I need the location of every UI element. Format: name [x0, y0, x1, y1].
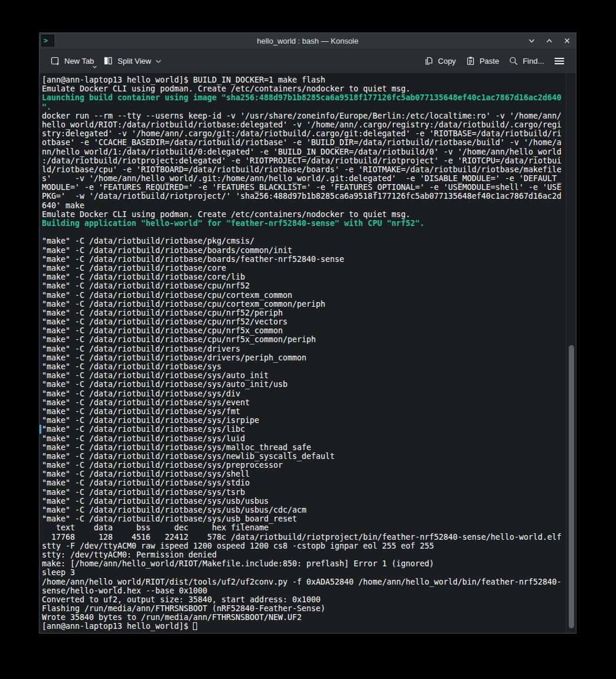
- titlebar[interactable]: > hello_world : bash — Konsole: [40, 33, 576, 48]
- terminal-line: text data bss dec hex filename: [42, 523, 566, 532]
- terminal-area[interactable]: [ann@ann-laptop13 hello_world]$ BUILD_IN…: [40, 74, 576, 633]
- terminal-line: "make" -C /data/riotbuild/riotbase/drive…: [42, 353, 566, 362]
- terminal-line: "make" -C /data/riotbuild/riotbase/core/…: [42, 273, 566, 281]
- close-button[interactable]: [558, 33, 576, 48]
- terminal-line: "make" -C /data/riotbuild/riotbase/sys/p…: [42, 461, 566, 470]
- terminal-line: s' -v '/home/ann/hello_world/.git:/home/…: [42, 174, 566, 183]
- close-icon: [562, 36, 572, 45]
- terminal-line: make: [/home/ann/hello_world/RIOT/Makefi…: [42, 559, 566, 568]
- terminal-line: "make" -C /data/riotbuild/riotbase/sys/s…: [42, 478, 566, 487]
- split-view-label: Split View: [117, 57, 151, 65]
- terminal-line: ld/riotbase/cpu' -e 'RIOTBOARD=/data/rio…: [42, 165, 566, 174]
- copy-button[interactable]: Copy: [419, 53, 460, 70]
- terminal-cursor: [193, 622, 197, 630]
- terminal-line: "make" -C /data/riotbuild/riotbase/cpu/n…: [42, 326, 566, 335]
- paste-icon: [466, 56, 476, 66]
- konsole-app-icon[interactable]: >: [41, 35, 54, 47]
- terminal-line: "make" -C /data/riotbuild/riotbase/cpu/c…: [42, 300, 566, 309]
- terminal-line: "make" -C /data/riotbuild/riotbase/drive…: [42, 345, 566, 353]
- terminal-line: "make" -C /data/riotbuild/riotbase/sys/u…: [42, 506, 566, 514]
- terminal-line: sense/hello-world.hex --base 0x1000: [42, 586, 566, 595]
- new-tab-label: New Tab: [64, 57, 94, 65]
- terminal-line: Emulate Docker CLI using podman. Create …: [42, 84, 566, 93]
- terminal-line: PKG=' -w '/data/riotbuild/riotproject/' …: [42, 192, 566, 201]
- paste-button[interactable]: Paste: [461, 53, 504, 70]
- terminal-line: Launching build container using image "s…: [42, 93, 566, 102]
- terminal-line: otbase' -e 'CCACHE_BASEDIR=/data/riotbui…: [42, 138, 566, 147]
- terminal-line: "make" -C /data/riotbuild/riotbase/board…: [42, 246, 566, 255]
- terminal-line: 17768 128 4516 22412 578c /data/riotbuil…: [42, 533, 566, 542]
- split-view-button[interactable]: Split View: [99, 53, 166, 70]
- chevron-up-icon: [545, 36, 554, 45]
- terminal-line: Wrote 35840 bytes to /run/media/ann/FTHR…: [42, 613, 566, 622]
- terminal-line: /home/ann/hello_world/RIOT/dist/tools/uf…: [42, 578, 566, 586]
- search-icon: [509, 56, 519, 66]
- terminal-line: "make" -C /data/riotbuild/riotbase/cpu/n…: [42, 309, 566, 317]
- terminal-line: stry:delegated' -v '/home/ann/.cargo/git…: [42, 129, 566, 138]
- scrollbar-thumb[interactable]: [569, 345, 574, 628]
- terminal-line: Emulate Docker CLI using podman. Create …: [42, 210, 566, 219]
- terminal-line: hello_world/RIOT:/data/riotbuild/riotbas…: [42, 120, 566, 129]
- konsole-window: > hello_world : bash — Konsole: [39, 32, 576, 634]
- terminal-line: "make" -C /data/riotbuild/riotbase/sys: [42, 362, 566, 371]
- terminal-line: :/data/riotbuild/riotproject:delegated' …: [42, 156, 566, 165]
- scrollbar-track[interactable]: [566, 74, 576, 633]
- copy-label: Copy: [438, 57, 456, 65]
- chevron-down-icon: [527, 36, 536, 45]
- terminal-line: nn/hello_world/1:/data/riotbuild/0:deleg…: [42, 147, 566, 156]
- terminal-line: [ann@ann-laptop13 hello_world]$ BUILD_IN…: [42, 76, 566, 84]
- new-tab-button[interactable]: New Tab: [45, 53, 99, 70]
- new-tab-icon: [50, 56, 60, 66]
- terminal-lines: [ann@ann-laptop13 hello_world]$ BUILD_IN…: [40, 74, 566, 633]
- terminal-line: ".: [42, 103, 566, 111]
- terminal-line: "make" -C /data/riotbuild/riotbase/cpu/n…: [42, 335, 566, 344]
- terminal-line: sleep 3: [42, 568, 566, 577]
- terminal-line: MODULE=' -e 'FEATURES_REQUIRED=' -e 'FEA…: [42, 183, 566, 192]
- split-view-dropdown-arrow[interactable]: [155, 57, 162, 65]
- new-output-marker: [40, 425, 41, 434]
- hamburger-icon: [553, 57, 565, 65]
- terminal-line: "make" -C /data/riotbuild/riotbase/board…: [42, 255, 566, 264]
- split-view-icon: [103, 56, 113, 66]
- terminal-line: "make" -C /data/riotbuild/riotbase/cpu/c…: [42, 291, 566, 300]
- terminal-line: Converted to uf2, output size: 35840, st…: [42, 595, 566, 604]
- terminal-line: "make" -C /data/riotbuild/riotbase/sys/e…: [42, 398, 566, 407]
- window-controls: [523, 33, 576, 48]
- terminal-line: "make" -C /data/riotbuild/riotbase/sys/s…: [42, 470, 566, 478]
- terminal-line: "make" -C /data/riotbuild/riotbase/cpu/n…: [42, 281, 566, 290]
- paste-label: Paste: [480, 57, 499, 65]
- terminal-line: "make" -C /data/riotbuild/riotbase/sys/u…: [42, 497, 566, 506]
- new-tab-dropdown-arrow[interactable]: [92, 62, 97, 71]
- terminal-line: [ann@ann-laptop13 hello_world]$: [42, 622, 566, 631]
- maximize-button[interactable]: [540, 33, 558, 48]
- menu-button[interactable]: [549, 53, 570, 69]
- terminal-line: docker run --rm --tty --userns keep-id -…: [42, 111, 566, 120]
- terminal-line: "make" -C /data/riotbuild/riotbase/sys/a…: [42, 371, 566, 380]
- terminal-line: "make" -C /data/riotbuild/riotbase/sys/i…: [42, 416, 566, 425]
- window-title: hello_world : bash — Konsole: [40, 37, 576, 45]
- terminal-line: "make" -C /data/riotbuild/riotbase/sys/t…: [42, 488, 566, 497]
- find-label: Find...: [523, 57, 544, 65]
- terminal-line: "make" -C /data/riotbuild/riotbase/sys/n…: [42, 452, 566, 461]
- terminal-line: "make" -C /data/riotbuild/riotbase/sys/l…: [42, 434, 566, 443]
- terminal-line: "make" -C /data/riotbuild/riotbase/sys/l…: [42, 425, 566, 434]
- terminal-line: Flashing /run/media/ann/FTHRSNSBOOT (nRF…: [42, 604, 566, 613]
- terminal-line: stty: /dev/ttyACM0: Permission denied: [42, 550, 566, 559]
- find-button[interactable]: Find...: [504, 53, 549, 70]
- minimize-button[interactable]: [523, 33, 540, 48]
- terminal-line: "make" -C /data/riotbuild/riotbase/sys/d…: [42, 389, 566, 398]
- terminal-line: "make" -C /data/riotbuild/riotbase/sys/f…: [42, 407, 566, 416]
- terminal-line: "make" -C /data/riotbuild/riotbase/core: [42, 264, 566, 273]
- terminal-line: "make" -C /data/riotbuild/riotbase/sys/a…: [42, 380, 566, 389]
- terminal-line: Building application "hello-world" for "…: [42, 219, 566, 228]
- terminal-line: "make" -C /data/riotbuild/riotbase/sys/u…: [42, 514, 566, 523]
- toolbar: New Tab Split View Copy: [40, 48, 576, 74]
- copy-icon: [424, 56, 434, 66]
- terminal-line: [42, 228, 566, 237]
- terminal-line: 640' make: [42, 201, 566, 210]
- terminal-line: "make" -C /data/riotbuild/riotbase/cpu/n…: [42, 317, 566, 326]
- terminal-line: "make" -C /data/riotbuild/riotbase/sys/m…: [42, 443, 566, 452]
- terminal-line: stty -F /dev/ttyACM0 raw ispeed 1200 osp…: [42, 542, 566, 550]
- terminal-line: "make" -C /data/riotbuild/riotbase/pkg/c…: [42, 237, 566, 245]
